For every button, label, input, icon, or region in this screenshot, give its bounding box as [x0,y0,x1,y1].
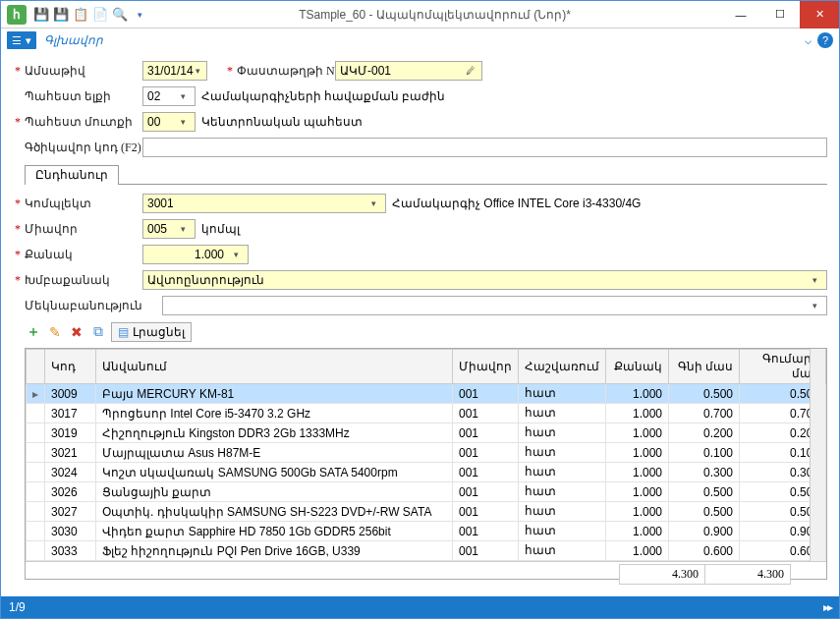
cell-mass: 0.500 [669,482,740,502]
qat-dropdown-icon[interactable]: ▾ [131,6,148,24]
add-icon[interactable]: ＋ [25,323,42,341]
col-code[interactable]: Կոդ [45,350,96,384]
col-mass[interactable]: Գնի մաս [669,350,740,384]
close-button[interactable]: ✕ [800,1,839,28]
status-right-arrow-icon[interactable]: ▸▸ [823,600,831,614]
kit-label: Կոմպլեկտ [25,197,142,211]
total-mass: 4.300 [619,564,705,585]
chevron-down-icon[interactable]: ▾ [175,224,191,234]
unit-field[interactable]: 005 ▾ [142,219,196,239]
batch-field[interactable]: Ավտոընտրություն ▾ [142,270,827,290]
col-qty[interactable]: Քանակ [606,350,669,384]
row-marker [27,522,45,541]
ribbon-tab-main[interactable]: Գլխավոր [44,33,103,48]
tab-general[interactable]: Ընդհանուր [25,165,119,185]
unit-label: Միավոր [25,222,142,237]
table-row[interactable]: 3030Վիդեո քարտ Sapphire HD 7850 1Gb GDDR… [27,522,826,541]
lookup-icon[interactable]: 🖉 [462,66,477,76]
kit-desc: Համակարգիչ Office INTEL Core i3-4330/4G [392,197,641,210]
maximize-button[interactable]: ☐ [760,1,800,28]
col-name[interactable]: Անվանում [96,350,453,384]
export-icon[interactable]: 📋 [72,6,89,24]
col-unit[interactable]: Միավոր [453,350,519,384]
cell-name: Մայրպլատա Asus H87M-E [96,443,453,463]
table-row[interactable]: 3026Ցանցային քարտ001հատ1.0000.5000.500 [27,482,826,502]
table-row[interactable]: 3033Ֆլեշ հիշողություն PQI Pen Drive 16GB… [27,541,826,561]
col-measure[interactable]: Հաշվառում [519,350,606,384]
header-form: Ամսաթիվ 31/01/14 ▾ Փաստաթղթի N ԱԿՄ-001 🖉… [1,52,839,588]
table-row[interactable]: 3021Մայրպլատա Asus H87M-E001հատ1.0000.10… [27,443,826,463]
table-row[interactable]: 3027Օպտիկ. դիսկակիր SAMSUNG SH-S223 DVD+… [27,502,826,522]
table-row[interactable]: ▸3009Բայս MERCURY KM-81001հատ1.0000.5000… [27,384,826,404]
row-marker [27,404,45,423]
qty-field[interactable]: 1.000 ▾ [142,245,249,264]
exit-store-field[interactable]: 02 ▾ [142,86,196,106]
cell-mass: 0.500 [669,502,740,522]
cell-code: 3019 [45,423,96,443]
ribbon-file-button[interactable]: ☰ ▾ [7,31,36,49]
chevron-down-icon[interactable]: ▾ [175,117,191,127]
table-row[interactable]: 3024Կոշտ սկավառակ SAMSUNG 500Gb SATA 540… [27,463,826,482]
qty-value: 1.000 [195,248,224,261]
row-marker [27,423,45,443]
status-bar: 1/9 ▸▸ [1,596,839,618]
cell-mass: 0.600 [669,541,740,561]
cell-measure: հատ [519,463,606,482]
chevron-down-icon[interactable]: ▾ [175,91,191,101]
cell-unit: 001 [453,463,519,482]
fill-button[interactable]: ▤ Լրացնել [111,322,192,342]
cell-name: Հիշողություն Kingston DDR3 2Gb 1333MHz [96,423,453,443]
cell-code: 3024 [45,463,96,482]
help-icon[interactable]: ? [817,32,833,48]
minimize-button[interactable]: — [721,1,760,28]
fill-label: Լրացնել [133,325,185,340]
vertical-scrollbar[interactable] [810,349,825,561]
kit-field[interactable]: 3001 ▾ [142,194,386,213]
cell-qty: 1.000 [606,541,669,561]
comment-field[interactable]: ▾ [162,296,827,315]
save-icon[interactable]: 💾 [32,6,50,24]
batch-value: Ավտոընտրություն [147,273,264,288]
date-field[interactable]: 31/01/14 ▾ [142,61,207,81]
chevron-down-icon[interactable]: ▾ [807,275,822,285]
entry-store-field[interactable]: 00 ▾ [142,112,196,132]
docnum-label: Փաստաթղթի N [237,64,335,79]
exit-store-label: Պահեստ ելքի [25,89,142,104]
components-grid: Կոդ Անվանում Միավոր Հաշվառում Քանակ Գնի … [25,348,827,580]
batch-label: Խմբաքանակ [25,273,142,288]
cell-unit: 001 [453,541,519,561]
cell-measure: հատ [519,502,606,522]
save-close-icon[interactable]: 💾 [52,6,70,24]
cell-unit: 001 [453,502,519,522]
exit-store-desc: Համակարգիչների հավաքման բաժին [201,89,445,104]
grid-toolbar: ＋ ✎ ✖ ⧉ ▤ Լրացնել [25,322,827,342]
chevron-down-icon[interactable]: ▾ [228,250,244,259]
chevron-down-icon[interactable]: ▾ [365,198,381,208]
document-icon[interactable]: 📄 [91,6,109,24]
cell-code: 3027 [45,502,96,522]
delete-icon[interactable]: ✖ [68,323,85,341]
grid-header-row: Կոդ Անվանում Միավոր Հաշվառում Քանակ Գնի … [27,350,826,384]
table-row[interactable]: 3019Հիշողություն Kingston DDR3 2Gb 1333M… [27,423,826,443]
tab-bar: Ընդհանուր [25,164,827,185]
docnum-field[interactable]: ԱԿՄ-001 🖉 [335,61,482,81]
cell-mass: 0.700 [669,404,740,423]
edit-icon[interactable]: ✎ [46,323,64,341]
row-marker [27,443,45,463]
row-marker [27,482,45,502]
ribbon-collapse-icon[interactable]: ⌵ [805,33,812,47]
cell-unit: 001 [453,423,519,443]
cell-name: Ֆլեշ հիշողություն PQI Pen Drive 16GB, U3… [96,541,453,561]
cell-unit: 001 [453,482,519,502]
copy-icon[interactable]: ⧉ [89,323,107,341]
cell-qty: 1.000 [606,443,669,463]
preview-icon[interactable]: 🔍 [111,6,129,24]
total-summass: 4.300 [704,564,791,585]
cell-qty: 1.000 [606,482,669,502]
chevron-down-icon[interactable]: ▾ [194,66,202,76]
barcode-field[interactable] [142,138,827,157]
cell-unit: 001 [453,384,519,404]
chevron-down-icon[interactable]: ▾ [807,301,822,310]
grid-table[interactable]: Կոդ Անվանում Միավոր Հաշվառում Քանակ Գնի … [26,349,826,561]
table-row[interactable]: 3017Պրոցեսոր Intel Core i5-3470 3.2 GHz0… [27,404,826,423]
